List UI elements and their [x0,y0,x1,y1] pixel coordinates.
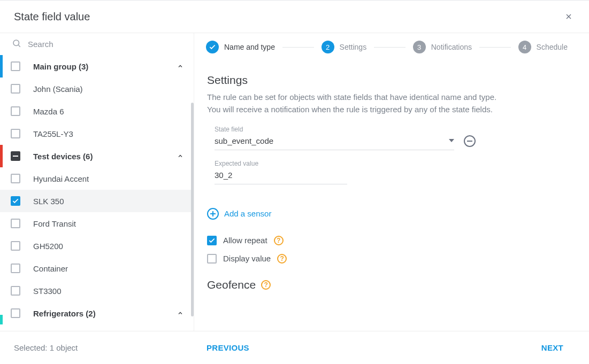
help-icon[interactable]: ? [261,280,271,290]
stepper: Name and type2Settings3Notifications4Sch… [194,33,589,60]
main-scroll: Settings The rule can be set for objects… [194,60,589,331]
object-list: Main group (3)John (Scania)Mazda 6TA255L… [0,55,194,331]
chevron-down-icon [449,136,454,145]
add-sensor-label: Add a sensor [224,209,271,218]
allow-repeat-row: Allow repeat ? [207,236,570,245]
object-row[interactable]: TA255L-Y3 [0,122,194,145]
chevron-up-icon[interactable] [174,307,186,319]
close-icon[interactable] [562,10,575,23]
allow-repeat-checkbox[interactable] [207,236,217,245]
object-row[interactable]: Container [0,257,194,280]
modal-header: State field value [0,1,589,33]
step-number: 4 [518,41,531,53]
expected-value-label: Expected value [215,160,347,167]
step-connector [374,47,406,48]
previous-button[interactable]: PREVIOUS [206,343,249,352]
step-label: Name and type [224,43,275,51]
object-row[interactable]: SLK 350 [0,190,194,212]
help-icon[interactable]: ? [274,236,284,245]
object-row[interactable]: John (Scania) [0,78,194,100]
object-row[interactable]: GH5200 [0,235,194,257]
step-connector [479,47,511,48]
sidebar-scrollbar[interactable] [191,103,194,316]
row-label: Refrigerators (2) [33,309,174,318]
state-field-value: sub_event_code [215,136,273,145]
checkbox[interactable] [11,286,20,296]
checkbox[interactable] [11,264,20,273]
row-label: SLK 350 [33,197,186,206]
step-label: Settings [340,43,367,51]
checkbox[interactable] [11,61,20,71]
state-field-select[interactable]: sub_event_code [215,135,454,150]
check-icon [206,41,219,53]
search-row [0,33,194,55]
row-label: John (Scania) [33,84,186,94]
checkbox[interactable] [11,308,20,318]
chevron-up-icon[interactable] [174,150,186,162]
step-label: Schedule [537,43,568,51]
object-row[interactable]: Mazda 6 [0,100,194,122]
add-sensor-button[interactable]: Add a sensor [207,208,570,220]
selection-count: Selected: 1 object [14,343,78,352]
step-label: Notifications [431,43,472,51]
group-row[interactable]: Main group (3) [0,55,194,78]
checkbox[interactable] [11,106,20,116]
object-sidebar: Main group (3)John (Scania)Mazda 6TA255L… [0,33,194,331]
step-name-and-type[interactable]: Name and type [206,41,275,53]
checkbox[interactable] [11,219,20,228]
step-number: 2 [322,41,334,53]
checkbox[interactable] [11,151,20,161]
step-number: 3 [413,41,426,53]
display-value-checkbox[interactable] [207,254,217,264]
object-row[interactable]: Ford Transit [0,212,194,235]
svg-point-0 [13,40,19,46]
modal-state-field-value: State field value Main group (3)John (Sc… [0,1,589,364]
settings-heading: Settings [207,74,570,87]
remove-sensor-icon[interactable] [464,135,476,147]
chevron-up-icon[interactable] [174,60,186,72]
allow-repeat-label: Allow repeat [223,236,267,245]
help-icon[interactable]: ? [277,254,287,264]
row-label: Test devices (6) [33,152,174,161]
checkbox[interactable] [11,174,20,183]
object-row[interactable]: Hyundai Accent [0,167,194,190]
checkbox[interactable] [11,196,20,206]
geofence-row: Geofence ? [207,278,570,291]
checkbox[interactable] [11,241,20,251]
row-label: Container [33,264,186,273]
plus-icon [207,208,219,220]
step-connector [282,47,314,48]
object-row[interactable]: ST3300 [0,280,194,302]
row-label: GH5200 [33,242,186,251]
row-label: Ford Transit [33,219,186,228]
group-accent [0,55,3,78]
group-accent [0,315,3,324]
group-row[interactable]: Refrigerators (2) [0,302,194,324]
next-button[interactable]: NEXT [541,343,563,352]
expected-value-input[interactable] [215,169,347,184]
row-label: Hyundai Accent [33,174,186,183]
step-notifications[interactable]: 3Notifications [413,41,472,53]
row-label: Mazda 6 [33,107,186,116]
main-panel: Name and type2Settings3Notifications4Sch… [194,33,589,331]
row-label: ST3300 [33,286,186,296]
modal-title: State field value [14,11,90,23]
step-settings[interactable]: 2Settings [322,41,367,53]
display-value-row: Display value ? [207,254,570,264]
settings-description: The rule can be set for objects with sta… [207,91,570,116]
group-accent [0,145,3,167]
geofence-heading: Geofence [207,278,256,291]
search-input[interactable] [28,40,182,49]
state-field-label: State field [215,126,454,133]
search-icon [12,38,21,50]
state-field-row: State field sub_event_code [215,126,570,150]
checkbox[interactable] [11,84,20,94]
step-schedule[interactable]: 4Schedule [518,41,568,53]
modal-footer: Selected: 1 object PREVIOUS NEXT [0,331,589,364]
display-value-label: Display value [223,254,271,263]
checkbox[interactable] [11,129,20,138]
row-label: Main group (3) [33,62,174,71]
group-row[interactable]: Test devices (6) [0,145,194,167]
row-label: TA255L-Y3 [33,129,186,138]
